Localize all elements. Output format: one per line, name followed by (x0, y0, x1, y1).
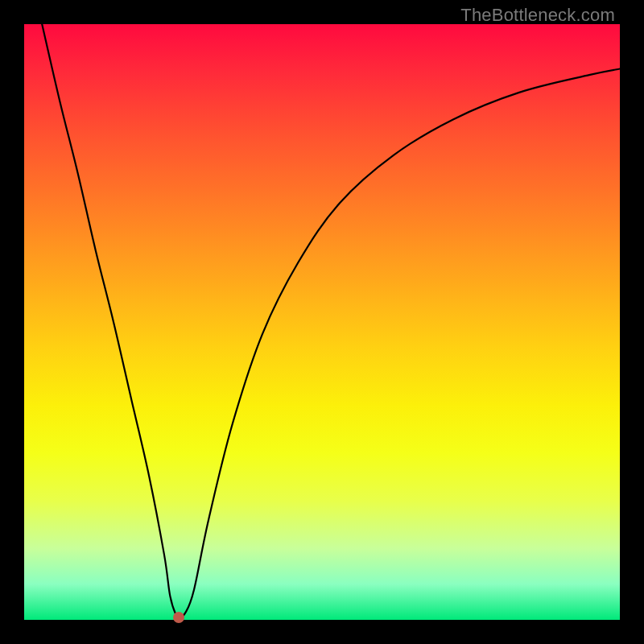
bottleneck-curve (42, 24, 620, 617)
chart-frame: TheBottleneck.com (0, 0, 644, 644)
optimum-marker (173, 612, 184, 623)
curve-layer (24, 24, 620, 620)
plot-area (24, 24, 620, 620)
watermark-text: TheBottleneck.com (460, 5, 615, 26)
